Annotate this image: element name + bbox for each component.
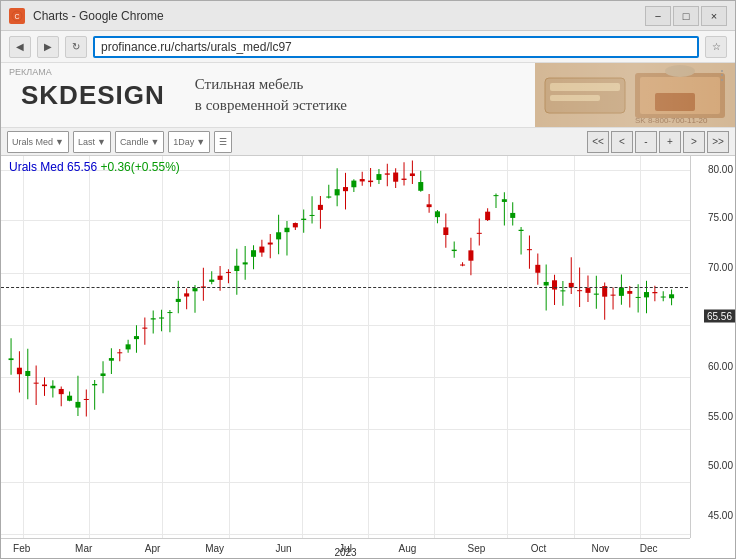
minimize-button[interactable]: −: [645, 6, 671, 26]
svg-rect-34: [101, 373, 106, 376]
svg-rect-142: [552, 280, 557, 289]
settings-button[interactable]: ☰: [214, 131, 232, 153]
svg-rect-40: [126, 344, 131, 349]
svg-rect-98: [368, 181, 373, 182]
x-label-sep: Sep: [468, 543, 486, 554]
chart-change: +0.36(+0.55%): [100, 160, 179, 174]
address-bar: ◀ ▶ ↻ ☆: [1, 31, 735, 63]
svg-rect-148: [577, 290, 582, 291]
svg-rect-3: [545, 78, 625, 113]
timeframe-label: 1Day: [173, 137, 194, 147]
svg-rect-136: [527, 249, 532, 250]
svg-rect-70: [251, 250, 256, 257]
svg-rect-42: [134, 336, 139, 339]
back-button[interactable]: ◀: [9, 36, 31, 58]
svg-rect-140: [544, 282, 549, 286]
nav-zoom-in-button[interactable]: +: [659, 131, 681, 153]
svg-rect-66: [234, 266, 239, 271]
nav-last-button[interactable]: >>: [707, 131, 729, 153]
y-label-75: 75.00: [708, 212, 733, 223]
svg-rect-146: [569, 283, 574, 288]
svg-rect-38: [117, 352, 122, 353]
chart-area[interactable]: Urals Med 65.56 +0.36(+0.55%): [1, 156, 735, 558]
svg-rect-60: [209, 280, 214, 282]
grid-line-h-7: [1, 482, 690, 483]
nav-next-button[interactable]: >: [683, 131, 705, 153]
svg-rect-96: [360, 179, 365, 181]
svg-rect-16: [25, 371, 30, 376]
svg-rect-46: [151, 318, 156, 319]
svg-rect-102: [385, 173, 390, 174]
symbol-dropdown-icon: ▼: [55, 137, 64, 147]
svg-rect-150: [585, 288, 590, 293]
svg-rect-152: [594, 294, 599, 295]
svg-rect-20: [42, 385, 47, 387]
chart-nav-controls: << < - + > >>: [587, 131, 729, 153]
x-label-feb: Feb: [13, 543, 30, 554]
y-label-50: 50.00: [708, 460, 733, 471]
reload-button[interactable]: ↻: [65, 36, 87, 58]
window-title: Charts - Google Chrome: [33, 9, 637, 23]
ad-slogan-line1: Стильная мебель: [195, 74, 525, 95]
svg-rect-100: [376, 174, 381, 180]
svg-rect-120: [460, 265, 465, 266]
chart-type-select[interactable]: Candle ▼: [115, 131, 164, 153]
svg-rect-160: [627, 291, 632, 294]
x-label-nov: Nov: [592, 543, 610, 554]
nav-first-button[interactable]: <<: [587, 131, 609, 153]
price-type-select[interactable]: Last ▼: [73, 131, 111, 153]
svg-rect-76: [276, 232, 281, 239]
address-input[interactable]: [93, 36, 699, 58]
svg-rect-168: [661, 297, 666, 298]
browser-window: C Charts - Google Chrome − □ × ◀ ▶ ↻ ☆ Р…: [0, 0, 736, 559]
x-axis: Feb Mar Apr May Jun Jul Aug Sep Oct Nov …: [1, 538, 690, 558]
svg-rect-118: [452, 250, 457, 251]
chart-price: 65.56: [67, 160, 97, 174]
close-button[interactable]: ×: [701, 6, 727, 26]
svg-rect-30: [84, 399, 89, 400]
svg-rect-5: [550, 95, 600, 101]
svg-rect-166: [652, 292, 657, 293]
svg-rect-116: [443, 227, 448, 235]
svg-rect-9: [655, 93, 695, 111]
x-label-dec: Dec: [640, 543, 658, 554]
svg-rect-94: [351, 181, 356, 188]
svg-rect-74: [268, 243, 273, 245]
svg-rect-110: [418, 182, 423, 191]
svg-rect-108: [410, 173, 415, 176]
symbol-select[interactable]: Urals Med ▼: [7, 131, 69, 153]
price-type-dropdown-icon: ▼: [97, 137, 106, 147]
ad-logo-text: SKDESIGN: [21, 80, 165, 111]
maximize-button[interactable]: □: [673, 6, 699, 26]
ad-label: РЕКЛАМА: [9, 67, 52, 77]
svg-rect-158: [619, 287, 624, 295]
svg-rect-164: [644, 292, 649, 297]
svg-rect-128: [493, 195, 498, 196]
svg-rect-144: [560, 290, 565, 291]
ad-more-button[interactable]: ⋮: [715, 67, 729, 83]
svg-rect-24: [59, 389, 64, 394]
timeframe-select[interactable]: 1Day ▼: [168, 131, 210, 153]
svg-rect-92: [343, 187, 348, 191]
y-label-80: 80.00: [708, 164, 733, 175]
chart-type-label: Candle: [120, 137, 149, 147]
svg-rect-48: [159, 317, 164, 318]
svg-text:SK 8-800-700-11-20: SK 8-800-700-11-20: [635, 116, 708, 125]
svg-rect-64: [226, 272, 231, 273]
svg-rect-50: [167, 312, 172, 313]
svg-rect-82: [301, 219, 306, 220]
price-type-label: Last: [78, 137, 95, 147]
svg-rect-14: [17, 368, 22, 375]
nav-zoom-out-button[interactable]: -: [635, 131, 657, 153]
forward-button[interactable]: ▶: [37, 36, 59, 58]
svg-rect-36: [109, 358, 114, 361]
y-label-70: 70.00: [708, 261, 733, 272]
bookmark-button[interactable]: ☆: [705, 36, 727, 58]
svg-rect-156: [611, 295, 616, 296]
settings-icon: ☰: [219, 137, 227, 147]
svg-rect-138: [535, 265, 540, 273]
chart-controls: Urals Med ▼ Last ▼ Candle ▼ 1Day ▼ ☰ << …: [1, 128, 735, 156]
nav-prev-button[interactable]: <: [611, 131, 633, 153]
current-price-label: 65.56: [704, 310, 735, 323]
svg-rect-126: [485, 212, 490, 220]
